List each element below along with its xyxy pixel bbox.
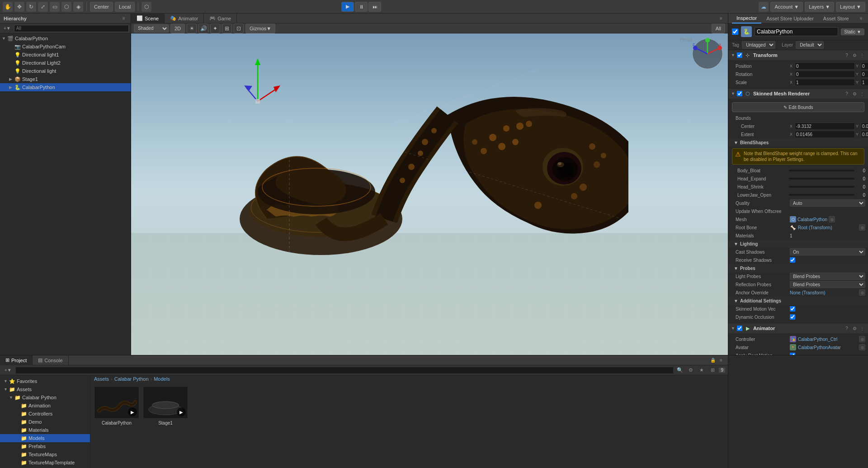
bounds-cy-input[interactable] bbox=[861, 123, 868, 130]
filter-icon[interactable]: ⚙ bbox=[686, 367, 695, 374]
transform-tool-icon[interactable]: ⬡ bbox=[61, 2, 71, 12]
scene-gizmo[interactable]: X Y Z bbox=[692, 38, 723, 70]
models-item[interactable]: 📁 Models bbox=[0, 434, 90, 442]
overlay-icon[interactable]: ⊞ bbox=[222, 24, 232, 33]
scale-y-input[interactable] bbox=[861, 79, 868, 86]
controller-select-btn[interactable]: ◎ bbox=[859, 336, 865, 342]
scene-view[interactable]: X Y Z Persp bbox=[131, 33, 728, 355]
lighting-toggle[interactable]: ☀ bbox=[187, 24, 197, 33]
scene-menu-icon[interactable]: ≡ bbox=[718, 15, 724, 22]
tree-item-light2[interactable]: 💡 Directional Light2 bbox=[0, 59, 131, 67]
quality-dropdown[interactable]: Auto bbox=[790, 199, 865, 207]
inspector-tab-asset-uploader[interactable]: Asset Store Uploader bbox=[762, 14, 818, 24]
rotation-y-input[interactable] bbox=[861, 71, 868, 78]
skinned-mesh-header[interactable]: ▼ ⬡ Skinned Mesh Renderer ? ⚙ ⋮ bbox=[728, 89, 868, 99]
pause-button[interactable]: ⏸ bbox=[355, 2, 368, 12]
transform-settings-icon[interactable]: ⚙ bbox=[851, 52, 858, 58]
effects-toggle[interactable]: ✦ bbox=[210, 24, 220, 33]
animator-menu-icon[interactable]: ⋮ bbox=[859, 325, 865, 331]
probes-header[interactable]: ▼ Probes bbox=[728, 264, 868, 272]
tree-item-calabarpython[interactable]: ▶ 🐍 CalabarPython bbox=[0, 83, 131, 91]
transform-checkbox[interactable] bbox=[737, 52, 742, 58]
custom-tool-icon[interactable]: ◈ bbox=[73, 2, 83, 12]
hierarchy-search[interactable] bbox=[14, 25, 129, 32]
animator-help-icon[interactable]: ? bbox=[844, 325, 850, 331]
tree-item-calabarpython-root[interactable]: ▼ 🎬 CalabarPython bbox=[0, 34, 131, 43]
prefabs-item[interactable]: 📁 Prefabs bbox=[0, 442, 90, 450]
head-shrink-slider[interactable] bbox=[789, 186, 854, 188]
assets-item[interactable]: ▼ 📁 Assets bbox=[0, 385, 90, 393]
breadcrumb-calabar-python[interactable]: Calabar Python bbox=[114, 376, 149, 382]
hand-tool-icon[interactable]: ✋ bbox=[3, 2, 13, 12]
move-tool-icon[interactable]: ✥ bbox=[14, 2, 24, 12]
rect-tool-icon[interactable]: ▭ bbox=[50, 2, 60, 12]
transform-header[interactable]: ▼ ⊹ Transform ? ⚙ ⋮ bbox=[728, 50, 868, 60]
thumb-play-btn[interactable]: ▶ bbox=[128, 407, 137, 416]
rotate-tool-icon[interactable]: ↻ bbox=[26, 2, 36, 12]
pivot-toggle[interactable]: Center bbox=[90, 2, 113, 12]
bounds-ey-input[interactable] bbox=[861, 131, 868, 138]
tree-item-stage1[interactable]: ▶ 📦 Stage1 bbox=[0, 75, 131, 83]
receive-shadows-checkbox[interactable] bbox=[790, 257, 795, 263]
scene-tab[interactable]: ⬜ Scene bbox=[131, 14, 165, 24]
anchor-select-btn[interactable]: ◎ bbox=[859, 289, 865, 296]
skinned-mesh-settings-icon[interactable]: ⚙ bbox=[851, 90, 858, 97]
play-button[interactable]: ▶ bbox=[341, 2, 354, 12]
body-bloat-slider[interactable] bbox=[789, 170, 854, 171]
scene-icon2[interactable]: ⊡ bbox=[234, 24, 244, 33]
texturemaptemplate-item[interactable]: 📁 TextureMapTemplate bbox=[0, 459, 90, 467]
create-btn[interactable]: +▼ bbox=[3, 367, 14, 373]
2d-toggle[interactable]: 2D bbox=[170, 24, 185, 33]
texturemaps-item[interactable]: 📁 TextureMaps bbox=[0, 450, 90, 459]
dynamic-occlusion-checkbox[interactable] bbox=[790, 314, 795, 320]
inspector-menu-icon[interactable]: ≡ bbox=[858, 15, 864, 22]
transform-menu-icon[interactable]: ⋮ bbox=[859, 52, 865, 58]
static-dropdown[interactable]: Static ▼ bbox=[841, 28, 864, 35]
skinned-motion-checkbox[interactable] bbox=[790, 306, 795, 312]
layout-button[interactable]: Layout▼ bbox=[836, 2, 865, 12]
materials-item[interactable]: 📁 Materials bbox=[0, 426, 90, 434]
avatar-select-btn[interactable]: ◎ bbox=[859, 344, 865, 350]
stage-play-btn[interactable]: ▶ bbox=[177, 407, 186, 416]
game-tab[interactable]: 🎮 Game bbox=[204, 14, 237, 24]
blendshapes-header[interactable]: ▼ BlendShapes bbox=[728, 138, 868, 147]
bottom-menu-icon[interactable]: ≡ bbox=[718, 357, 724, 364]
inspector-tab-asset-store[interactable]: Asset Store bbox=[819, 14, 854, 24]
gizmos-dropdown[interactable]: Gizmos▼ bbox=[245, 24, 275, 33]
project-search[interactable] bbox=[15, 367, 674, 374]
lighting-header[interactable]: ▼ Lighting bbox=[728, 240, 868, 248]
animator-checkbox[interactable] bbox=[737, 326, 742, 331]
audio-toggle[interactable]: 🔊 bbox=[198, 24, 208, 33]
cast-shadows-dropdown[interactable]: On Off bbox=[790, 248, 865, 255]
search-icon[interactable]: 🔍 bbox=[675, 367, 684, 374]
animator-tab[interactable]: 🎭 Animator bbox=[165, 14, 204, 24]
space-toggle[interactable]: Local bbox=[115, 2, 135, 12]
head-expand-slider[interactable] bbox=[789, 178, 854, 180]
lowerjaw-open-slider[interactable] bbox=[789, 194, 854, 196]
tree-item-cam[interactable]: 📷 CalabarPythonCam bbox=[0, 43, 131, 51]
breadcrumb-models[interactable]: Models bbox=[154, 376, 170, 382]
object-active-checkbox[interactable] bbox=[732, 28, 738, 35]
root-bone-select-btn[interactable]: ◎ bbox=[859, 224, 865, 231]
animation-item[interactable]: 📁 Animation bbox=[0, 402, 90, 410]
bottom-lock-icon[interactable]: 🔒 bbox=[710, 357, 716, 364]
tree-item-light3[interactable]: 💡 Directional light bbox=[0, 67, 131, 75]
view-toggle-icon[interactable]: ⊞ bbox=[708, 367, 717, 374]
file-item-stage1[interactable]: ▶ Stage1 bbox=[143, 386, 188, 425]
skinned-mesh-help-icon[interactable]: ? bbox=[844, 90, 850, 97]
position-x-input[interactable] bbox=[795, 62, 855, 70]
skinned-mesh-menu-icon[interactable]: ⋮ bbox=[859, 90, 865, 97]
search-scene-all[interactable]: All bbox=[712, 24, 725, 33]
star-filter-icon[interactable]: ★ bbox=[697, 367, 706, 374]
account-button[interactable]: Account▼ bbox=[770, 2, 803, 12]
scale-x-input[interactable] bbox=[795, 79, 855, 86]
extra-tool-icon[interactable]: ⬡ bbox=[142, 2, 151, 12]
layers-button[interactable]: Layers▼ bbox=[805, 2, 834, 12]
mesh-select-btn[interactable]: ◎ bbox=[829, 216, 835, 222]
cloud-icon[interactable]: ☁ bbox=[759, 2, 769, 12]
tag-dropdown[interactable]: Untagged bbox=[742, 41, 775, 49]
animator-header[interactable]: ▼ ▶ Animator ? ⚙ ⋮ bbox=[728, 323, 868, 333]
breadcrumb-assets[interactable]: Assets bbox=[94, 376, 109, 382]
shading-dropdown[interactable]: Shaded Wireframe bbox=[134, 24, 169, 33]
controllers-item[interactable]: 📁 Controllers bbox=[0, 410, 90, 418]
